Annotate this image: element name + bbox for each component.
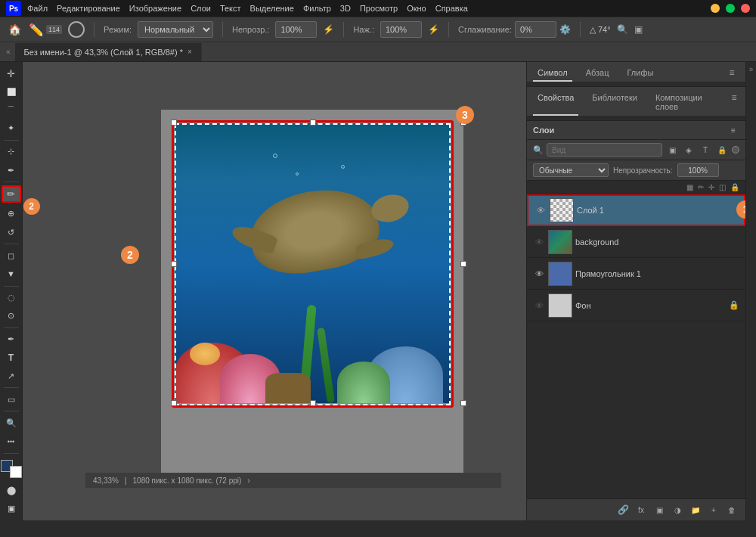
add-mask-button[interactable]: ▣ (652, 502, 667, 517)
handle-br[interactable] (460, 400, 466, 406)
close-button[interactable] (741, 4, 750, 13)
screen-mode-tool[interactable]: ▣ (2, 501, 21, 517)
menu-edit[interactable]: Редактирование (57, 4, 120, 13)
minimize-button[interactable] (711, 4, 720, 13)
properties-menu-icon[interactable]: ≡ (729, 90, 739, 105)
layer-row-background[interactable]: 👁 background (527, 226, 745, 258)
menu-3d[interactable]: 3D (340, 4, 351, 13)
zoom-tool[interactable]: 🔍 (2, 414, 21, 431)
link-layers-button[interactable]: 🔗 (615, 502, 631, 517)
pen-tool[interactable]: ✒ (2, 331, 21, 348)
menu-text[interactable]: Текст (220, 4, 241, 13)
paint-bucket-tool[interactable]: ▼ (2, 265, 21, 282)
layer-attr-filter-icon[interactable]: 🔒 (715, 143, 729, 157)
lasso-tool[interactable]: ⌒ (2, 101, 21, 118)
layer-row-fon[interactable]: 👁 Фон 🔒 (527, 290, 745, 321)
add-style-button[interactable]: fx (634, 502, 649, 517)
mode-select[interactable]: Нормальный (138, 21, 213, 38)
handle-tm[interactable] (310, 120, 316, 126)
menu-view[interactable]: Просмотр (360, 4, 398, 13)
display-icon[interactable]: ▣ (634, 24, 643, 35)
opacity-value[interactable]: 100% (677, 163, 719, 177)
menu-image[interactable]: Изображение (129, 4, 181, 13)
properties-body-spacer (527, 116, 745, 120)
brush-preview[interactable] (68, 21, 85, 38)
tab-symbol[interactable]: Символ (533, 65, 572, 82)
add-adjustment-button[interactable]: ◑ (670, 502, 685, 517)
add-layer-button[interactable]: + (706, 502, 721, 517)
lock-position-icon[interactable]: ✛ (708, 183, 714, 191)
menu-filter[interactable]: Фильтр (303, 4, 331, 13)
menu-select[interactable]: Выделение (250, 4, 294, 13)
pressure-icon[interactable]: ⚡ (428, 24, 439, 35)
tab-paragraph[interactable]: Абзац (581, 65, 614, 82)
settings-icon[interactable]: ⚙️ (559, 24, 571, 35)
handle-bm[interactable] (310, 400, 316, 406)
annotation-badge-2-pos: 2 (121, 246, 139, 264)
layer-1-visibility[interactable]: 👁 (534, 204, 547, 216)
add-group-button[interactable]: 📁 (688, 502, 703, 517)
panel-menu-icon[interactable]: ≡ (724, 65, 739, 80)
rectangle-select-tool[interactable]: ⬜ (2, 83, 21, 100)
tab-compositions[interactable]: Композиции слоев (651, 90, 711, 116)
smoothing-value[interactable]: 0% (515, 21, 556, 38)
type-tool[interactable]: T (2, 349, 21, 366)
layer-row-1[interactable]: 👁 Слой 1 (527, 194, 745, 226)
dodge-tool[interactable]: ⊙ (2, 308, 21, 324)
color-selector[interactable] (1, 460, 22, 478)
layers-search-input[interactable] (547, 143, 662, 157)
blend-mode-select[interactable]: Обычные (533, 163, 609, 177)
crop-tool[interactable]: ⊹ (2, 144, 21, 160)
document-tab[interactable]: Без имени-1 @ 43,3% (Слой 1, RGB/8#) * × (15, 43, 202, 61)
handle-tl[interactable] (171, 120, 177, 126)
right-panel-collapse[interactable]: » (745, 62, 756, 520)
tab-close-button[interactable]: × (187, 48, 192, 56)
menu-window[interactable]: Окно (407, 4, 426, 13)
collapse-left-icon[interactable]: « (6, 48, 11, 56)
blur-tool[interactable]: ◌ (2, 289, 21, 306)
opacity-value[interactable]: 100% (275, 21, 317, 38)
tab-glyphs[interactable]: Глифы (623, 65, 658, 82)
tab-properties[interactable]: Свойства (533, 90, 578, 116)
filter-toggle[interactable] (732, 146, 739, 154)
pressure-opacity-icon[interactable]: ⚡ (323, 24, 334, 35)
maximize-button[interactable] (726, 4, 735, 13)
delete-layer-button[interactable]: 🗑 (724, 502, 739, 517)
menu-layers[interactable]: Слои (191, 4, 211, 13)
handle-ml[interactable] (171, 261, 177, 267)
quick-mask-tool[interactable]: ⬤ (2, 483, 21, 499)
lock-paint-icon[interactable]: ✏ (698, 183, 704, 191)
tab-bar: « Без имени-1 @ 43,3% (Слой 1, RGB/8#) *… (0, 42, 756, 62)
eraser-tool[interactable]: ◻ (2, 247, 21, 264)
brush-tool[interactable]: ✏ (2, 185, 21, 203)
menu-help[interactable]: Справка (435, 4, 468, 13)
layer-rect-visibility[interactable]: 👁 (533, 268, 545, 280)
pressure-value[interactable]: 100% (380, 21, 422, 38)
background-color[interactable] (10, 466, 22, 478)
lock-all-icon[interactable]: 🔒 (730, 183, 739, 191)
home-icon[interactable]: 🏠 (6, 21, 23, 38)
status-arrow[interactable]: › (247, 476, 249, 485)
magic-wand-tool[interactable]: ✦ (2, 120, 21, 137)
more-tools[interactable]: ••• (2, 433, 21, 450)
shape-tool[interactable]: ▭ (2, 391, 21, 408)
layer-mode-filter-icon[interactable]: T (699, 143, 712, 157)
layer-fon-visibility[interactable]: 👁 (533, 300, 545, 312)
move-tool[interactable]: ✛ (2, 65, 21, 82)
path-select-tool[interactable]: ↗ (2, 368, 21, 384)
layer-effect-filter-icon[interactable]: ◈ (682, 143, 696, 157)
handle-mr[interactable] (460, 261, 466, 267)
layer-type-filter-icon[interactable]: ▣ (665, 143, 679, 157)
clone-stamp-tool[interactable]: ⊕ (2, 206, 21, 222)
tab-libraries[interactable]: Библиотеки (587, 90, 642, 116)
handle-bl[interactable] (171, 400, 177, 406)
layer-row-rect[interactable]: 👁 Прямоугольник 1 (527, 258, 745, 290)
lock-artboard-icon[interactable]: ◫ (719, 183, 726, 191)
eyedropper-tool[interactable]: ✒ (2, 162, 21, 178)
history-brush-tool[interactable]: ↺ (2, 224, 21, 241)
lock-transparent-icon[interactable]: ▦ (686, 183, 693, 191)
layers-menu-button[interactable]: ≡ (727, 124, 739, 136)
search-icon[interactable]: 🔍 (617, 24, 628, 35)
layer-bg-visibility[interactable]: 👁 (533, 236, 545, 248)
menu-file[interactable]: Файл (27, 4, 48, 13)
